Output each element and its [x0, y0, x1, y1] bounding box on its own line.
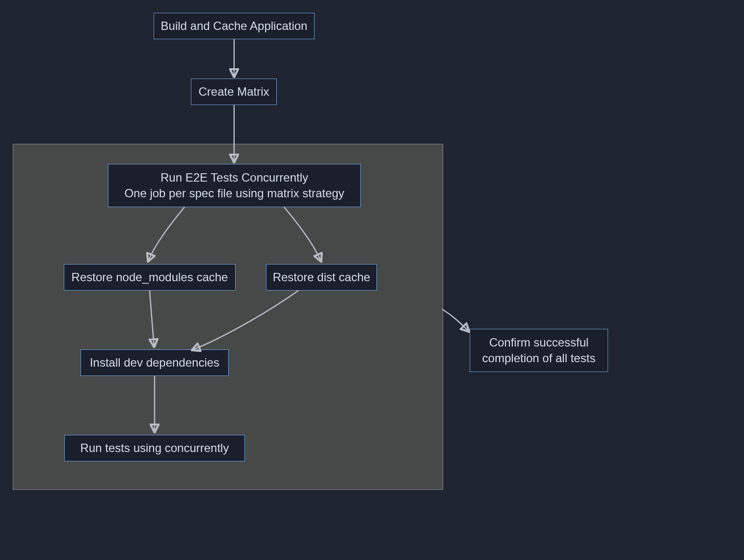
node-confirm-success: Confirm successful completion of all tes… — [470, 329, 608, 372]
diagram-canvas: Build and Cache Application Create Matri… — [0, 0, 744, 560]
node-run-tests-concurrently: Run tests using concurrently — [64, 435, 245, 461]
node-label: Build and Cache Application — [161, 18, 308, 34]
node-run-e2e: Run E2E Tests Concurrently One job per s… — [108, 164, 361, 207]
node-create-matrix: Create Matrix — [191, 79, 277, 105]
node-label-line2: One job per spec file using matrix strat… — [124, 186, 344, 201]
node-label: Restore dist cache — [273, 269, 371, 285]
node-label: Restore node_modules cache — [72, 269, 228, 285]
node-label-line1: Confirm successful — [489, 335, 589, 350]
edge-subgraph-to-confirm — [442, 309, 469, 331]
node-restore-node-modules: Restore node_modules cache — [64, 264, 236, 291]
node-label-line1: Run E2E Tests Concurrently — [160, 170, 308, 186]
node-label: Install dev dependencies — [90, 355, 219, 371]
node-build-cache: Build and Cache Application — [154, 13, 315, 39]
node-label-line2: completion of all tests — [482, 350, 596, 366]
node-restore-dist: Restore dist cache — [266, 264, 377, 291]
node-install-dev-deps: Install dev dependencies — [80, 349, 229, 376]
node-label: Run tests using concurrently — [80, 440, 229, 456]
node-label: Create Matrix — [198, 84, 269, 100]
